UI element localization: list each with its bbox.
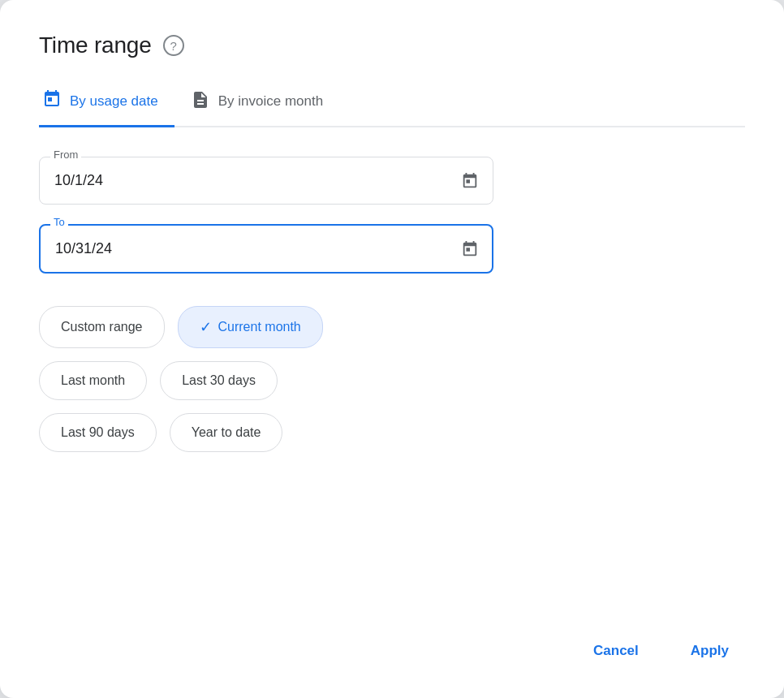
dialog-footer: Cancel Apply [39, 607, 745, 669]
current-month-check-icon: ✓ [200, 318, 212, 336]
tab-by-invoice-month[interactable]: By invoice month [187, 81, 339, 127]
to-calendar-button[interactable] [458, 237, 482, 261]
tabs-container: By usage date By invoice month [39, 81, 745, 127]
apply-button[interactable]: Apply [674, 633, 745, 669]
preset-last-30-days[interactable]: Last 30 days [160, 361, 278, 400]
presets-row-1: Custom range ✓ Current month [39, 306, 745, 348]
date-fields: From To [39, 157, 745, 274]
tab-invoice-month-label: By invoice month [218, 93, 323, 110]
from-field-wrapper: From [39, 157, 493, 205]
presets-section: Custom range ✓ Current month Last month … [39, 306, 745, 452]
tab-by-usage-date[interactable]: By usage date [39, 81, 174, 127]
preset-current-month[interactable]: ✓ Current month [178, 306, 323, 348]
invoice-month-icon [191, 90, 210, 114]
cancel-button[interactable]: Cancel [577, 633, 655, 669]
preset-last-30-days-label: Last 30 days [182, 373, 256, 388]
from-calendar-button[interactable] [458, 169, 482, 193]
preset-custom-range-label: Custom range [61, 320, 143, 334]
preset-last-month-label: Last month [61, 373, 125, 388]
presets-row-3: Last 90 days Year to date [39, 413, 745, 452]
preset-custom-range[interactable]: Custom range [39, 306, 165, 348]
to-input[interactable] [39, 224, 493, 274]
from-label: From [50, 149, 81, 161]
tab-usage-date-label: By usage date [70, 93, 158, 110]
dialog-title: Time range [39, 32, 152, 58]
dialog-header: Time range ? [39, 32, 745, 58]
preset-last-90-days[interactable]: Last 90 days [39, 413, 157, 452]
preset-last-month[interactable]: Last month [39, 361, 147, 400]
preset-year-to-date[interactable]: Year to date [170, 413, 283, 452]
preset-year-to-date-label: Year to date [192, 425, 261, 440]
preset-last-90-days-label: Last 90 days [61, 425, 135, 440]
time-range-dialog: Time range ? By usage date By invoice mo… [0, 0, 784, 698]
presets-row-2: Last month Last 30 days [39, 361, 745, 400]
to-field-wrapper: To [39, 224, 493, 274]
to-label: To [50, 216, 68, 228]
usage-date-calendar-icon [42, 89, 62, 114]
preset-current-month-label: Current month [218, 320, 301, 334]
from-input[interactable] [39, 157, 493, 205]
help-icon[interactable]: ? [163, 35, 184, 56]
